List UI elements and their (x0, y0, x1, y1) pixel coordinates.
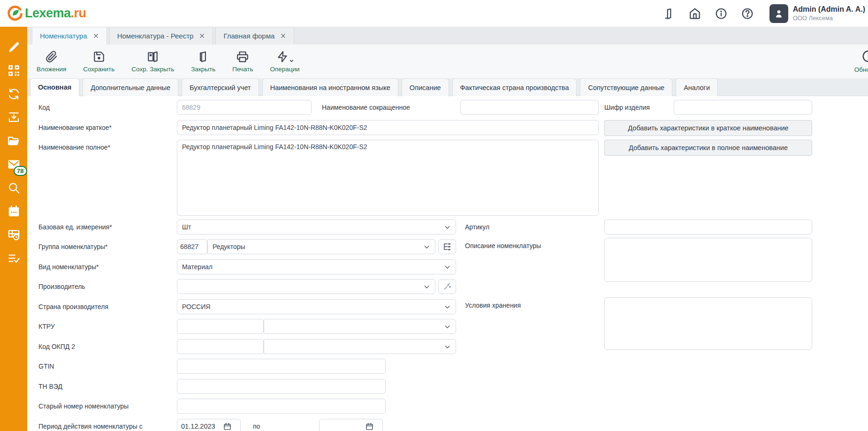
manufacturer-wizard-button[interactable] (438, 279, 456, 294)
info-icon[interactable] (715, 8, 727, 20)
manufacturer-label: Производитель (38, 279, 85, 294)
group-tree-button[interactable] (438, 239, 456, 254)
product-cipher-input[interactable] (674, 100, 812, 115)
subtab-osnovnaya[interactable]: Основная (30, 78, 79, 96)
group-code-input[interactable] (177, 239, 207, 254)
ktru-select[interactable] (264, 319, 456, 334)
header-icons (662, 8, 754, 20)
exit-icon[interactable] (662, 8, 675, 20)
subtab-label: Сопутствующие данные (588, 84, 664, 91)
subtab-label: Аналоги (684, 84, 710, 91)
mail-unread-badge: 78 (14, 166, 27, 176)
manufacturer-select[interactable] (177, 279, 435, 294)
sidebar: 78 (0, 27, 27, 431)
print-button[interactable]: Печать (232, 51, 253, 73)
close-tab-icon[interactable] (280, 33, 286, 39)
calendar-picker-icon[interactable] (223, 423, 231, 431)
qr-code-icon[interactable] (8, 64, 20, 77)
article-input[interactable] (604, 219, 812, 234)
period-from-field[interactable] (177, 419, 241, 431)
lexema-logo[interactable]: Lexema.ru (7, 5, 86, 22)
name-full-textarea[interactable]: Редуктор планетарный Liming FA142-10N-R8… (177, 140, 599, 216)
okpd2-label: Код ОКПД 2 (38, 339, 75, 354)
tab-glavnaya-forma[interactable]: Главная форма (215, 27, 294, 45)
open-forms-tabbar: Номенклатура Номенклатура - Реестр Главн… (27, 27, 868, 45)
edit-pencil-icon[interactable] (8, 41, 20, 53)
refresh-button[interactable]: Обновить (854, 49, 868, 73)
chevron-down-icon (289, 59, 294, 63)
tab-nomenklatura[interactable]: Номенклатура (32, 27, 107, 45)
user-menu[interactable]: Admin (Admin A. A.) ООО Лексема (769, 4, 865, 23)
calendar-icon[interactable] (8, 205, 20, 218)
save-close-button[interactable]: Сохр. Закрыть (131, 51, 174, 73)
ktru-code-input[interactable] (177, 319, 264, 334)
gtin-input[interactable] (177, 359, 386, 374)
okpd2-code-input[interactable] (177, 339, 264, 354)
storage-label: Условия хранения (465, 301, 521, 310)
calendar-picker-icon[interactable] (365, 423, 373, 431)
short-name-abbr-label: Наименование сокращенное (322, 100, 410, 115)
user-name: Admin (Admin A. A.) (793, 5, 865, 14)
ktru-label: КТРУ (38, 319, 55, 334)
mail-icon[interactable]: 78 (7, 158, 21, 171)
code-label: Код (38, 100, 50, 115)
short-name-abbr-input[interactable] (460, 100, 599, 115)
home-icon[interactable] (689, 8, 701, 20)
subtab-soputstvuyushchie-dannye[interactable]: Сопутствующие данные (580, 78, 672, 96)
period-to-label: по (253, 419, 260, 431)
subtab-label: Описание (410, 84, 441, 91)
add-characteristics-short-button[interactable]: Добавить характеристики в краткое наимен… (604, 120, 812, 136)
tnved-input[interactable] (177, 379, 386, 394)
tab-label: Главная форма (223, 32, 274, 40)
sync-icon[interactable] (8, 88, 20, 100)
chevron-down-icon (423, 283, 430, 290)
group-select[interactable]: Редукторы (207, 239, 435, 254)
lexema-logo-icon (7, 5, 23, 22)
chevron-down-icon (444, 323, 451, 330)
folder-icon[interactable] (8, 135, 20, 147)
old-number-input[interactable] (177, 399, 386, 414)
country-select[interactable]: РОССИЯ (177, 299, 456, 314)
close-tab-icon[interactable] (199, 33, 205, 39)
period-to-input[interactable] (323, 423, 364, 430)
close-tab-icon[interactable] (93, 33, 99, 39)
period-from-input[interactable] (181, 423, 221, 430)
close-button[interactable]: Закрыть (191, 51, 215, 73)
subtab-fakticheskaya-strana[interactable]: Фактическая страна производства (452, 78, 577, 96)
tab-nomenklatura-reestr[interactable]: Номенклатура - Реестр (109, 27, 213, 45)
okpd2-select[interactable] (264, 339, 456, 354)
main-form: Код Наименование сокращенное Шифр издели… (27, 96, 868, 431)
user-org: ООО Лексема (793, 15, 865, 22)
checklist-icon[interactable] (8, 252, 20, 265)
period-to-field[interactable] (319, 419, 383, 431)
description-textarea[interactable] (604, 238, 812, 282)
chevron-down-icon (444, 264, 451, 271)
name-short-input[interactable] (177, 120, 599, 135)
help-icon[interactable] (741, 8, 754, 20)
subtab-analogi[interactable]: Аналоги (676, 78, 718, 96)
base-unit-select[interactable]: Шт (177, 219, 456, 234)
kind-label: Вид номенклатуры* (38, 259, 99, 274)
chevron-down-icon (444, 303, 451, 310)
report-schedule-icon[interactable] (8, 228, 20, 241)
subtab-dopolnitelnye-dannye[interactable]: Дополнительные данные (83, 78, 178, 96)
tab-label: Номенклатура (40, 32, 87, 40)
subtab-buhgalterskiy-uchet[interactable]: Бухгалтерский учет (182, 78, 259, 96)
add-characteristics-full-button[interactable]: Добавить характеристики в полное наимено… (604, 140, 812, 156)
subtab-opisanie[interactable]: Описание (402, 78, 449, 96)
operations-label: Операции (270, 66, 299, 73)
door-icon (197, 51, 209, 63)
gtin-label: GTIN (38, 359, 54, 374)
save-button[interactable]: Сохранить (83, 51, 114, 73)
attachments-button[interactable]: Вложения (37, 51, 66, 73)
search-icon[interactable] (8, 181, 20, 194)
storage-textarea[interactable] (604, 297, 812, 350)
subtab-inostrannye-naimenovaniya[interactable]: Наименования на иностранном языке (262, 78, 398, 96)
period-label: Период действия номенклатуры с (38, 419, 143, 431)
download-tray-icon[interactable] (8, 111, 20, 124)
code-input[interactable] (177, 100, 312, 115)
operations-button[interactable]: Операции (270, 51, 299, 73)
subtab-label: Дополнительные данные (91, 84, 170, 91)
kind-select[interactable]: Материал (177, 259, 456, 274)
print-label: Печать (232, 66, 253, 73)
